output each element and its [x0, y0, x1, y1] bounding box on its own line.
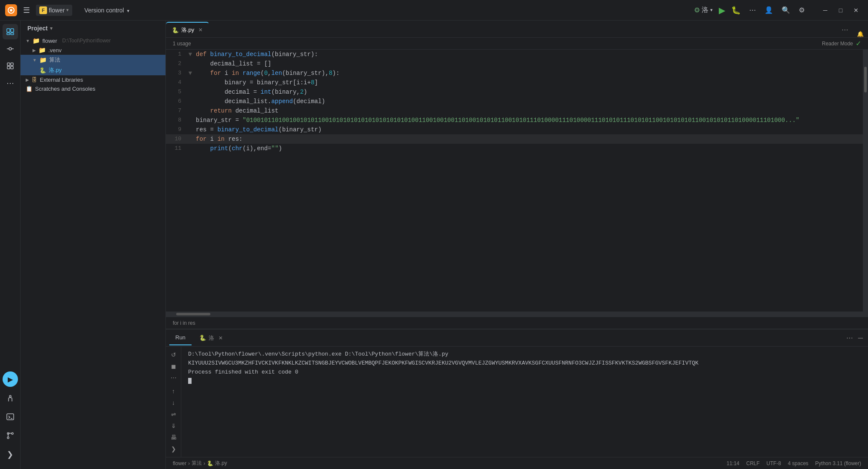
file-tab-close[interactable]: ✕ [218, 335, 223, 341]
editor-horizontal-scrollbar[interactable] [166, 312, 868, 317]
bottom-more-btn[interactable]: ⋯ [844, 332, 855, 344]
status-line-ending[interactable]: CRLF [746, 460, 759, 466]
vcs-button[interactable]: Version control ▾ [84, 7, 130, 14]
tab-more-button[interactable]: ⋯ [837, 22, 853, 37]
line-fold-arrow [186, 134, 194, 144]
settings-button[interactable]: ⚙ [796, 4, 807, 16]
bottom-tab-run[interactable]: Run [169, 331, 192, 345]
tree-label-venv: .venv [48, 47, 62, 53]
code-editor[interactable]: 1 ▼ def binary_to_decimal(binary_str): 2… [166, 50, 863, 312]
bottom-panel: Run 🐍 洛 ✕ ⋯ ─ ↺ ◼ ⋯ ↑ ↓ [166, 329, 868, 457]
encoding-label: UTF-8 [767, 460, 781, 466]
bottom-tab-file[interactable]: 🐍 洛 ✕ [193, 331, 229, 345]
sidebar-expand-btn[interactable]: ❯ [3, 447, 18, 462]
sidebar-more-btn[interactable]: ⋯ [3, 75, 18, 91]
notification-bell[interactable]: 🔔 [853, 31, 868, 37]
line-fold-arrow [186, 87, 194, 97]
editor-scroll-area: 1 ▼ def binary_to_decimal(binary_str): 2… [166, 50, 868, 312]
line-code: binary = binary_str[i:i+8] [194, 78, 863, 87]
maximize-button[interactable]: □ [834, 3, 847, 17]
line-code: for i in range(0,len(binary_str),8): [194, 68, 863, 78]
sidebar-terminal-btn[interactable] [3, 409, 18, 424]
line-code: for i in res: [194, 134, 863, 144]
tree-item-suanfa[interactable]: ▼ 📁 算法 [21, 55, 165, 65]
folder-icon-flower: 📁 [32, 37, 40, 44]
options-button[interactable]: ⋯ [168, 373, 180, 383]
tab-close-button[interactable]: ✕ [198, 27, 203, 33]
debug-button[interactable]: 🐛 [729, 4, 743, 17]
editor-info-bar: 1 usage Reader Mode ✓ [166, 38, 868, 50]
line-fold-arrow [186, 125, 194, 134]
svg-rect-11 [7, 66, 10, 69]
line-code: def binary_to_decimal(binary_str): [194, 50, 863, 59]
search-button[interactable]: 🔍 [779, 4, 793, 16]
sidebar-plugins-btn[interactable] [3, 58, 18, 74]
editor-vertical-scrollbar[interactable] [863, 50, 868, 312]
table-row: 4 binary = binary_str[i:i+8] [166, 78, 863, 87]
stop-button[interactable]: ◼ [168, 362, 180, 371]
sidebar-git-btn[interactable] [3, 428, 18, 443]
line-fold-arrow [186, 106, 194, 116]
tree-item-external-libs[interactable]: ▶ 🗄 External Libraries [21, 75, 165, 84]
position-label: 11:14 [726, 460, 739, 466]
expand-panel-button[interactable]: ❯ [168, 444, 180, 454]
run-profile-selector[interactable]: ⚙ 洛 ▾ [691, 4, 715, 16]
print-button[interactable]: 🖶 [168, 432, 180, 442]
breadcrumb-path1[interactable]: 算法 [192, 460, 202, 467]
run-icon-button[interactable]: ▶ [3, 371, 18, 387]
collab-button[interactable]: 👤 [762, 4, 776, 16]
scroll-up-button[interactable]: ↑ [168, 386, 180, 396]
tree-item-scratches[interactable]: 📋 Scratches and Consoles [21, 84, 165, 93]
terminal-cursor-line [188, 377, 861, 386]
breadcrumb-path2[interactable]: 洛.py [215, 460, 227, 467]
tree-arrow-suanfa: ▼ [32, 58, 37, 62]
project-selector[interactable]: F flower ▾ [36, 5, 72, 16]
svg-rect-14 [7, 414, 14, 420]
status-indent[interactable]: 4 spaces [788, 460, 809, 466]
sidebar-run-debug-btn[interactable] [3, 390, 18, 406]
run-button[interactable]: ▶ [719, 5, 725, 15]
vscroll-thumb[interactable] [864, 67, 867, 92]
editor-container: 🐍 洛.py ✕ ⋯ 🔔 1 usage Reader Mode ✓ [166, 21, 868, 469]
status-encoding[interactable]: UTF-8 [767, 460, 781, 466]
svg-rect-9 [7, 63, 10, 65]
wrap-text-button[interactable]: ⇌ [168, 409, 180, 419]
tree-item-luo-py[interactable]: 🐍 洛.py [21, 65, 165, 75]
line-fold-arrow[interactable]: ▼ [186, 68, 194, 78]
table-row: 2 decimal_list = [] [166, 59, 863, 68]
folder-icon-venv: 📁 [38, 47, 46, 53]
scroll-down-button[interactable]: ↓ [168, 398, 180, 408]
rerun-button[interactable]: ↺ [168, 350, 180, 360]
line-fold-arrow[interactable]: ▼ [186, 50, 194, 59]
file-tab-icon: 🐍 [199, 335, 206, 341]
project-panel-header[interactable]: Project ▾ [21, 21, 165, 36]
status-python[interactable]: Python 3.11 (flower) [815, 460, 861, 466]
breadcrumb-sep2: › [204, 460, 205, 466]
scroll-lock-button[interactable]: ⇓ [168, 421, 180, 430]
hscroll-thumb[interactable] [176, 313, 210, 315]
sidebar-commits-btn[interactable] [3, 41, 18, 56]
tree-item-venv[interactable]: ▶ 📁 .venv [21, 45, 165, 55]
svg-point-17 [7, 437, 9, 439]
status-position[interactable]: 11:14 [726, 460, 739, 466]
minimize-button[interactable]: ─ [818, 3, 832, 17]
editor-tab-luo-py[interactable]: 🐍 洛.py ✕ [166, 22, 209, 37]
breadcrumb-project[interactable]: flower [173, 460, 186, 466]
close-button[interactable]: ✕ [849, 3, 863, 17]
reader-mode-toggle[interactable]: Reader Mode ✓ [822, 39, 861, 47]
terminal-cursor [188, 378, 192, 384]
tree-arrow-ext: ▶ [26, 77, 29, 82]
reader-mode-label: Reader Mode [822, 41, 853, 47]
sidebar-project-btn[interactable] [3, 24, 18, 39]
more-options-button[interactable]: ⋯ [747, 4, 759, 16]
line-number: 9 [166, 125, 186, 134]
bottom-minimize-btn[interactable]: ─ [856, 332, 865, 344]
app-logo [5, 4, 17, 16]
tree-item-flower[interactable]: ▼ 📁 flower D:\Tool\Python\flower [21, 36, 165, 45]
line-fold-arrow [186, 59, 194, 68]
hamburger-menu[interactable]: ☰ [21, 4, 32, 17]
tree-label-scratches: Scratches and Consoles [35, 86, 95, 92]
tree-label-ext: External Libraries [40, 77, 83, 83]
bottom-content: ↺ ◼ ⋯ ↑ ↓ ⇌ ⇓ 🖶 ❯ D:\Tool\Python\flower\… [166, 347, 868, 457]
project-header-label: Project [27, 25, 47, 32]
